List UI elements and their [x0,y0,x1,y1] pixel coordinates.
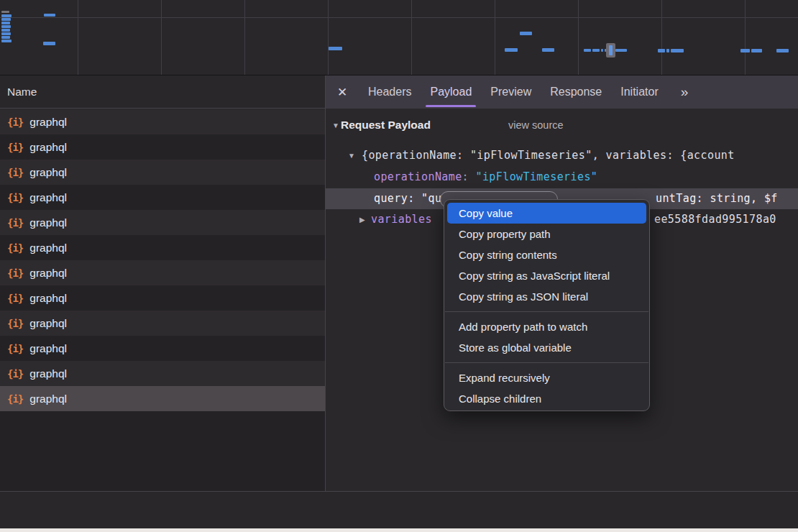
menu-item-copy-string-as-javascript-literal[interactable]: Copy string as JavaScript literal [447,265,646,286]
network-activity-bar [1,14,12,17]
menu-item-expand-recursively[interactable]: Expand recursively [447,367,646,388]
fetch-json-icon: {i} [7,393,23,405]
request-name: graphql [29,292,67,305]
selected-request-marker-bar [609,45,613,55]
more-tabs-button[interactable]: » [674,84,694,100]
collapse-triangle-icon[interactable]: ▼ [348,145,355,166]
menu-item-collapse-children[interactable]: Collapse children [447,388,646,409]
query-fragment-right: untTag: string, $f [656,188,778,209]
request-name: graphql [29,216,67,229]
network-activity-bar [615,49,627,52]
close-details-button[interactable]: ✕ [326,85,359,100]
network-activity-bar [751,49,762,52]
devtools-window: Name {i}graphql{i}graphql{i}graphql{i}gr… [0,0,798,532]
network-activity-bar [671,49,684,52]
network-overview-timeline[interactable] [0,0,798,75]
collapse-triangle-icon[interactable]: ▼ [332,121,339,129]
request-name: graphql [29,267,67,280]
fetch-json-icon: {i} [7,192,23,203]
fetch-json-icon: {i} [7,217,23,229]
network-activity-bar [520,32,532,35]
network-activity-bar [1,29,10,32]
network-request-row[interactable]: {i}graphql [0,336,325,361]
network-activity-bar [43,42,55,45]
network-activity-bar [505,48,518,52]
network-activity-bar [1,18,11,21]
tab-response[interactable]: Response [541,75,611,109]
network-request-row[interactable]: {i}graphql [0,235,325,260]
network-activity-bar [1,11,9,13]
payload-operationname-row[interactable]: operationName: "ipFlowTimeseries" [326,167,798,188]
name-column-header[interactable]: Name [0,75,325,109]
network-activity-bar [658,49,665,52]
network-request-row[interactable]: {i}graphql [0,160,325,185]
network-request-row[interactable]: {i}graphql [0,361,325,386]
request-name: graphql [29,393,67,405]
network-activity-bar [1,25,11,28]
fetch-json-icon: {i} [7,368,23,380]
menu-item-copy-property-path[interactable]: Copy property path [447,224,646,244]
gridline [411,0,412,75]
tab-payload[interactable]: Payload [421,75,481,109]
fetch-json-icon: {i} [7,293,23,304]
menu-item-copy-value[interactable]: Copy value [447,203,646,224]
request-name: graphql [29,367,67,380]
tab-preview[interactable]: Preview [481,75,541,109]
chevron-double-right-icon: » [681,84,687,99]
gridline [78,0,78,75]
fetch-json-icon: {i} [7,142,23,153]
request-name: graphql [29,141,67,154]
menu-item-store-as-global-variable[interactable]: Store as global variable [447,337,646,358]
network-activity-bar [1,22,10,24]
gridline [745,0,746,75]
network-request-row[interactable]: {i}graphql [0,109,325,134]
property-value-string: "ipFlowTimeseries" [475,170,597,183]
gridline [244,0,245,75]
fetch-json-icon: {i} [7,167,23,178]
network-activity-bar [1,32,11,35]
request-name: graphql [29,317,67,330]
network-activity-bar [776,49,789,52]
details-tab-bar: ✕ HeadersPayloadPreviewResponseInitiator… [326,75,798,109]
network-activity-bar [740,49,750,52]
menu-separator [445,311,648,312]
fetch-json-icon: {i} [7,318,23,329]
variables-fragment-right: ee5588fdad995178a0 [654,209,776,230]
network-request-row[interactable]: {i}graphql [0,185,325,210]
network-activity-bar [44,14,55,17]
fetch-json-icon: {i} [7,343,23,354]
network-request-row[interactable]: {i}graphql [0,134,325,160]
network-activity-bar [1,40,12,42]
payload-root-row[interactable]: ▼ {operationName: "ipFlowTimeseries", va… [326,145,798,166]
tab-initiator[interactable]: Initiator [611,75,667,109]
property-key: variables [371,209,432,230]
request-name: graphql [29,116,67,129]
expand-triangle-icon[interactable]: ▶ [359,209,365,230]
payload-root-preview: {operationName: "ipFlowTimeseries", vari… [362,145,735,166]
request-payload-section-header[interactable]: ▼ Request Payload view source [326,119,798,137]
gridline [495,0,495,75]
tab-headers[interactable]: Headers [359,75,421,109]
network-activity-bar [601,49,603,52]
network-activity-bar [1,36,10,39]
gridline [328,0,329,75]
fetch-json-icon: {i} [7,242,23,254]
fetch-json-icon: {i} [7,267,23,279]
property-key: operationName [374,170,462,183]
gridline [161,0,162,75]
network-request-row[interactable]: {i}graphql [0,210,325,235]
menu-separator [445,362,648,363]
menu-item-add-property-path-to-watch[interactable]: Add property path to watch [447,316,646,337]
menu-item-copy-string-as-json-literal[interactable]: Copy string as JSON literal [447,286,646,307]
network-activity-bar [584,49,591,52]
view-source-link[interactable]: view source [508,119,564,131]
network-activity-bar [542,48,554,52]
request-payload-title: Request Payload [341,119,431,132]
network-request-row[interactable]: {i}graphql [0,386,325,411]
network-request-row[interactable]: {i}graphql [0,311,325,336]
request-name: graphql [29,166,67,179]
active-tab-underline [426,105,476,107]
network-request-row[interactable]: {i}graphql [0,260,325,285]
network-request-row[interactable]: {i}graphql [0,285,325,311]
menu-item-copy-string-contents[interactable]: Copy string contents [447,244,646,265]
